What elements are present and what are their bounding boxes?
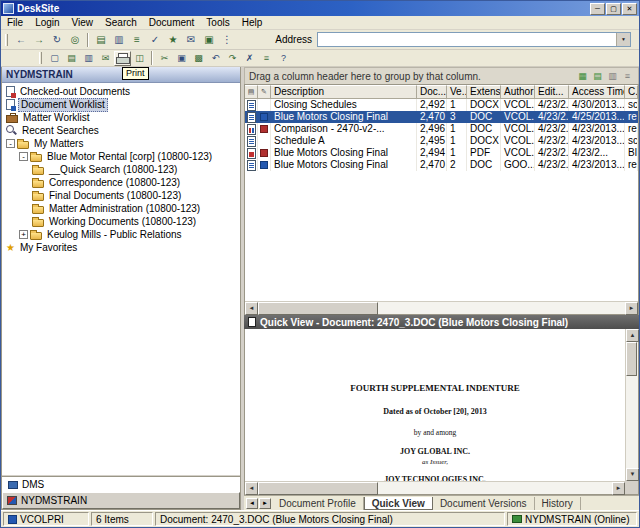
table-row[interactable]: Blue Motors Closing Final 2,494 1 PDF VC…	[245, 147, 638, 159]
menu-search[interactable]: Search	[99, 16, 143, 29]
address-dropdown-icon[interactable]: ▼	[616, 33, 630, 46]
menu-document[interactable]: Document	[143, 16, 201, 29]
scroll-right-icon[interactable]: ►	[612, 482, 625, 495]
checkmark-icon[interactable]: ✓	[146, 32, 164, 48]
print-icon[interactable]	[114, 51, 131, 66]
tree-item-recent-searches[interactable]: Recent Searches	[2, 124, 240, 137]
menu-login[interactable]: Login	[29, 16, 65, 29]
email-document-icon[interactable]: ✉	[97, 51, 114, 66]
tree-item-working-documents[interactable]: Working Documents (10800-123)	[2, 215, 240, 228]
scrollbar-track[interactable]	[258, 302, 625, 314]
tree-item-final-documents[interactable]: Final Documents (10800-123)	[2, 189, 240, 202]
help-icon[interactable]: ?	[275, 51, 292, 66]
scroll-right-icon[interactable]: ►	[625, 302, 638, 315]
search-icon[interactable]: ◎	[66, 32, 84, 48]
shortcut-group-nydmstrain[interactable]: NYDMSTRAIN	[2, 492, 240, 509]
cut-icon[interactable]: ✂	[156, 51, 173, 66]
open-document-icon[interactable]: ▤	[63, 51, 80, 66]
new-document-icon[interactable]: ▢	[46, 51, 63, 66]
table-row[interactable]: Blue Motors Closing Final 2,470 2 DOC GO…	[245, 159, 638, 171]
tree-item-matter-administration[interactable]: Matter Administration (10800-123)	[2, 202, 240, 215]
table-row-selected[interactable]: Blue Motors Closing Final 2,470 3 DOC VC…	[245, 111, 638, 123]
titlebar[interactable]: DeskSite ─ ▢ ✕	[1, 1, 639, 16]
toolbar-grip[interactable]	[39, 52, 42, 64]
group-by-bar[interactable]: Drag a column header here to group by th…	[244, 67, 639, 84]
tree-item-my-favorites[interactable]: ★ My Favorites	[2, 241, 240, 254]
collapse-icon[interactable]: -	[19, 152, 28, 161]
tab-scroll-left-icon[interactable]: ◄	[246, 498, 258, 509]
column-header-comment[interactable]: C...	[625, 85, 638, 99]
table-row[interactable]: Closing Schedules 2,492 1 DOCX VCOL... 4…	[245, 99, 638, 111]
address-input[interactable]	[318, 33, 616, 46]
email-icon[interactable]: ✉	[182, 32, 200, 48]
redo-icon[interactable]: ↷	[224, 51, 241, 66]
expand-icon[interactable]: +	[19, 230, 28, 239]
scroll-left-icon[interactable]: ◄	[245, 482, 258, 495]
favorites-icon[interactable]: ★	[164, 32, 182, 48]
delete-icon[interactable]: ✗	[241, 51, 258, 66]
column-chooser-icon[interactable]: ≡	[621, 70, 634, 83]
scrollbar-thumb[interactable]	[258, 482, 378, 495]
menu-help[interactable]: Help	[236, 16, 269, 29]
folder-tree-icon[interactable]: ▤	[92, 32, 110, 48]
scrollbar-track[interactable]	[626, 342, 638, 468]
menu-view[interactable]: View	[66, 16, 100, 29]
tree-item-document-worklist[interactable]: Document Worklist	[2, 98, 240, 111]
menu-tools[interactable]: Tools	[200, 16, 235, 29]
tab-document-versions[interactable]: Document Versions	[433, 497, 535, 510]
grid-horizontal-scrollbar[interactable]: ◄ ►	[245, 301, 638, 314]
tab-history[interactable]: History	[535, 497, 581, 510]
tree-item-my-matters[interactable]: - My Matters	[2, 137, 240, 150]
scroll-down-icon[interactable]: ▼	[626, 468, 639, 481]
tab-scroll-right-icon[interactable]: ►	[259, 498, 271, 509]
tree-item-keulog-mills[interactable]: + Keulog Mills - Public Relations	[2, 228, 240, 241]
select-view-icon[interactable]: ▦	[576, 70, 589, 83]
tree-item-checked-out-documents[interactable]: Checked-out Documents	[2, 85, 240, 98]
forward-icon[interactable]: →	[30, 32, 48, 48]
close-button[interactable]: ✕	[622, 3, 637, 15]
table-row[interactable]: Schedule A 2,495 1 DOCX VCOL... 4/23/2..…	[245, 135, 638, 147]
scrollbar-thumb[interactable]	[258, 302, 378, 315]
preview-horizontal-scrollbar[interactable]: ◄ ►	[245, 481, 625, 494]
expand-all-icon[interactable]: ▥	[606, 70, 619, 83]
table-row[interactable]: Comparison - 2470-v2-... 2,496 1 DOC VCO…	[245, 123, 638, 135]
column-header-doc[interactable]: Doc...	[417, 85, 447, 99]
column-header-version[interactable]: Ve...	[447, 85, 467, 99]
tree-item-matter-worklist[interactable]: Matter Worklist	[2, 111, 240, 124]
refresh-icon[interactable]: ↻	[48, 32, 66, 48]
grid-layout-icon[interactable]: ▤	[591, 70, 604, 83]
scroll-left-icon[interactable]: ◄	[245, 302, 258, 315]
copy-icon[interactable]: ▣	[173, 51, 190, 66]
properties-icon[interactable]: ≡	[258, 51, 275, 66]
scroll-up-icon[interactable]: ▲	[626, 329, 639, 342]
column-header-access-time[interactable]: Access Time	[569, 85, 625, 99]
toolbar-grip[interactable]	[5, 34, 8, 46]
tab-document-profile[interactable]: Document Profile	[272, 497, 364, 510]
grid-view-icon[interactable]: ▣	[200, 32, 218, 48]
column-header-description[interactable]: Description	[271, 85, 417, 99]
tree-item-correspondence[interactable]: Correspondence (10800-123)	[2, 176, 240, 189]
tree-item-quick-search[interactable]: __Quick Search (10800-123)	[2, 163, 240, 176]
preview-vertical-scrollbar[interactable]: ▲ ▼	[625, 329, 638, 481]
menu-file[interactable]: File	[1, 16, 29, 29]
document-preview[interactable]: FOURTH SUPPLEMENTAL INDENTURE Dated as o…	[245, 329, 625, 481]
scrollbar-thumb[interactable]	[626, 342, 637, 376]
saved-searches-icon[interactable]: ▥	[110, 32, 128, 48]
scrollbar-track[interactable]	[258, 482, 612, 494]
column-header-author[interactable]: Author	[501, 85, 535, 99]
column-header-extension[interactable]: Extens...	[467, 85, 501, 99]
back-icon[interactable]: ←	[12, 32, 30, 48]
tab-quick-view[interactable]: Quick View	[364, 497, 433, 510]
shortcut-dms[interactable]: DMS	[2, 477, 240, 492]
tree-item-blue-motor-rental[interactable]: - Blue Motor Rental [corp] (10800-123)	[2, 150, 240, 163]
status-column-header-icon[interactable]: ✎	[258, 85, 271, 99]
maximize-button[interactable]: ▢	[606, 3, 621, 15]
save-document-icon[interactable]: ▥	[80, 51, 97, 66]
type-column-header-icon[interactable]: ▤	[245, 85, 258, 99]
options-icon[interactable]: ⋮	[218, 32, 236, 48]
column-header-edit[interactable]: Edit...	[535, 85, 569, 99]
worklist-icon[interactable]: ≡	[128, 32, 146, 48]
minimize-button[interactable]: ─	[590, 3, 605, 15]
paste-icon[interactable]: ▩	[190, 51, 207, 66]
undo-icon[interactable]: ↶	[207, 51, 224, 66]
